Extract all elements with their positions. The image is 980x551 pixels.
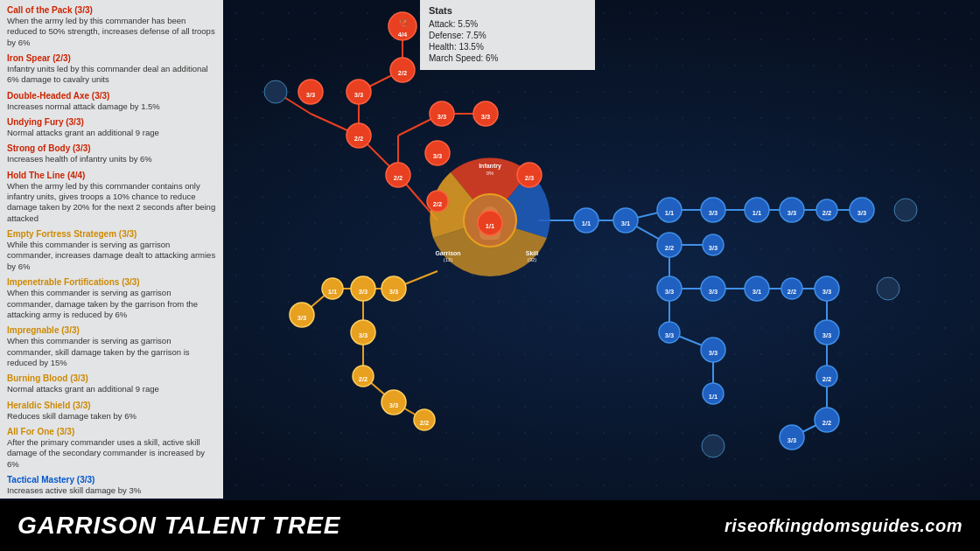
svg-text:2/2: 2/2 xyxy=(788,288,796,296)
svg-text:Skill: Skill xyxy=(526,250,538,256)
skill-iron-spear: Iron Spear (2/3) Infantry units led by t… xyxy=(7,53,216,86)
svg-text:2/2: 2/2 xyxy=(822,209,831,217)
skill-desc: After the primary commander uses a skill… xyxy=(7,437,216,470)
svg-text:1/1: 1/1 xyxy=(486,222,494,230)
skill-burning-blood: Burning Blood (3/3) Normal attacks grant… xyxy=(7,373,216,394)
svg-text:1/1: 1/1 xyxy=(328,288,337,296)
svg-text:3/1: 3/1 xyxy=(621,220,630,227)
svg-text:3/3: 3/3 xyxy=(433,152,442,160)
svg-text:3/3: 3/3 xyxy=(822,331,831,339)
skill-desc: Increases health of infantry units by 6% xyxy=(7,154,216,164)
svg-text:1/1: 1/1 xyxy=(709,393,718,401)
skill-undying-fury: Undying Fury (3/3) Normal attacks grant … xyxy=(7,117,216,138)
stats-health: Health: 13.5% xyxy=(429,42,586,52)
stats-title: Stats xyxy=(429,5,586,16)
stats-attack: Attack: 5.5% xyxy=(429,19,586,29)
bottom-bar: Garrison Talent Tree riseofkingdomsguide… xyxy=(0,500,980,551)
svg-text:1/1: 1/1 xyxy=(582,220,591,227)
svg-text:3/3: 3/3 xyxy=(354,91,363,99)
skill-desc: When the army led by this commander has … xyxy=(7,16,216,48)
skill-title: Burning Blood (3/3) xyxy=(7,373,216,383)
stats-panel: Stats Attack: 5.5% Defense: 7.5% Health:… xyxy=(420,0,595,70)
skill-title: All For One (3/3) xyxy=(7,427,216,436)
svg-text:3/3: 3/3 xyxy=(481,113,490,121)
svg-text:2/2: 2/2 xyxy=(822,375,831,383)
svg-text:3/3: 3/3 xyxy=(709,244,718,252)
svg-text:3/3: 3/3 xyxy=(389,401,398,409)
svg-text:3/3: 3/3 xyxy=(788,436,796,444)
svg-text:3/3: 3/3 xyxy=(788,209,796,217)
skill-desc: Reduces skill damage taken by 6% xyxy=(7,411,216,422)
stats-march-speed: March Speed: 6% xyxy=(429,53,586,63)
skill-call-of-the-pack: Call of the Pack (3/3) When the army led… xyxy=(7,5,216,48)
skill-desc: Increases active skill damage by 3% xyxy=(7,485,216,496)
skill-title: Call of the Pack (3/3) xyxy=(7,5,216,15)
skill-desc: When this commander is serving as garris… xyxy=(7,336,216,368)
svg-text:3/3: 3/3 xyxy=(306,91,315,99)
svg-text:Garrison: Garrison xyxy=(435,250,460,256)
page-title: Garrison Talent Tree xyxy=(18,512,340,540)
skill-desc: While this commander is serving as garri… xyxy=(7,240,216,272)
svg-text:2/2: 2/2 xyxy=(398,69,407,77)
svg-text:3/3: 3/3 xyxy=(665,288,674,296)
skills-panel: Call of the Pack (3/3) When the army led… xyxy=(0,0,223,499)
svg-text:2/2: 2/2 xyxy=(665,244,674,252)
svg-text:1/1: 1/1 xyxy=(665,209,674,217)
skill-heraldic-shield: Heraldic Shield (3/3) Reduces skill dama… xyxy=(7,401,216,422)
skill-desc: Normal attacks grant an additional 9 rag… xyxy=(7,128,216,138)
svg-point-136 xyxy=(264,80,287,103)
svg-text:3/3: 3/3 xyxy=(438,113,446,121)
svg-rect-1 xyxy=(223,0,980,500)
svg-text:4/4: 4/4 xyxy=(398,31,408,38)
skill-title: Double-Headed Axe (3/3) xyxy=(7,91,216,101)
skill-desc: Normal attacks grant an additional 9 rag… xyxy=(7,384,216,394)
skill-title: Strong of Body (3/3) xyxy=(7,143,216,153)
skill-double-headed-axe: Double-Headed Axe (3/3) Increases normal… xyxy=(7,91,216,112)
svg-point-138 xyxy=(877,277,900,300)
skill-tactical-mastery: Tactical Mastery (3/3) Increases active … xyxy=(7,475,216,496)
svg-point-137 xyxy=(894,199,917,221)
skill-title: Hold The Line (4/4) xyxy=(7,171,216,180)
svg-text:3/3: 3/3 xyxy=(359,331,368,339)
svg-text:1/1: 1/1 xyxy=(752,209,761,217)
svg-text:3/3: 3/3 xyxy=(822,288,831,296)
skill-desc: When this commander is serving as garris… xyxy=(7,288,216,320)
skill-impregnable: Impregnable (3/3) When this commander is… xyxy=(7,325,216,368)
skill-title: Iron Spear (2/3) xyxy=(7,53,216,63)
skill-title: Impenetrable Fortifications (3/3) xyxy=(7,277,216,287)
svg-text:3/3: 3/3 xyxy=(298,314,306,322)
skill-empty-fortress: Empty Fortress Strategem (3/3) While thi… xyxy=(7,229,216,272)
svg-text:(32): (32) xyxy=(528,257,537,262)
skill-strong-of-body: Strong of Body (3/3) Increases health of… xyxy=(7,143,216,164)
svg-text:3/3: 3/3 xyxy=(359,288,368,296)
skill-title: Heraldic Shield (3/3) xyxy=(7,401,216,410)
svg-point-139 xyxy=(702,435,724,457)
svg-text:3/3: 3/3 xyxy=(389,288,398,296)
svg-text:2/2: 2/2 xyxy=(359,375,368,383)
svg-text:3/1: 3/1 xyxy=(752,288,761,296)
skill-title: Tactical Mastery (3/3) xyxy=(7,475,216,485)
skill-desc: Infantry units led by this commander dea… xyxy=(7,64,216,86)
skill-title: Empty Fortress Strategem (3/3) xyxy=(7,229,216,239)
svg-text:3/3: 3/3 xyxy=(665,331,674,339)
svg-text:3/3: 3/3 xyxy=(709,209,718,217)
svg-text:2/2: 2/2 xyxy=(433,200,442,208)
svg-text:0%: 0% xyxy=(486,171,494,176)
svg-text:3/3: 3/3 xyxy=(709,349,718,357)
skill-title: Impregnable (3/3) xyxy=(7,325,216,335)
svg-text:2/3: 2/3 xyxy=(525,174,534,182)
svg-text:Infantry: Infantry xyxy=(479,163,501,170)
skill-impenetrable: Impenetrable Fortifications (3/3) When t… xyxy=(7,277,216,320)
svg-text:2/2: 2/2 xyxy=(354,135,363,143)
svg-text:3/3: 3/3 xyxy=(709,288,718,296)
stats-defense: Defense: 7.5% xyxy=(429,31,586,40)
site-name: riseofkingdomsguides.com xyxy=(724,516,962,536)
svg-text:2/2: 2/2 xyxy=(822,419,831,427)
skill-desc: When the army led by this commander cont… xyxy=(7,181,216,224)
svg-text:2/2: 2/2 xyxy=(394,174,402,182)
svg-text:3/3: 3/3 xyxy=(858,209,866,217)
talent-tree-svg: Infantry 0% Garrison (12) Skill (32) 🏹 4… xyxy=(223,0,980,500)
skill-title: Undying Fury (3/3) xyxy=(7,117,216,127)
svg-text:(12): (12) xyxy=(444,257,453,262)
svg-text:2/2: 2/2 xyxy=(420,419,429,427)
